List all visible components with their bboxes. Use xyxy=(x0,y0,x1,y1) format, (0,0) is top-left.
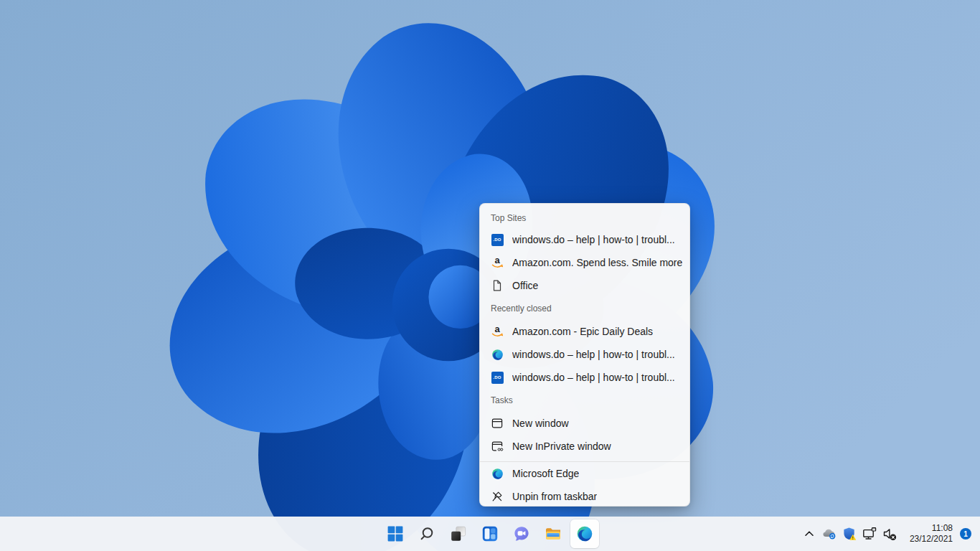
taskbar-center-buttons xyxy=(381,519,599,548)
jumplist-item-windows-do-2[interactable]: .DO windows.do – help | how-to | troubl.… xyxy=(480,366,689,389)
widgets-icon xyxy=(481,525,499,542)
unpin-icon xyxy=(491,490,504,503)
onedrive-tray-button[interactable] xyxy=(819,519,839,548)
jumplist-section-title: Recently closed xyxy=(480,297,689,320)
amazon-favicon: a xyxy=(491,325,504,338)
windows-do-favicon: .DO xyxy=(491,233,504,246)
desktop: Top Sites .DO windows.do – help | how-to… xyxy=(0,0,980,551)
clock[interactable]: 11:08 23/12/2021 xyxy=(905,520,957,547)
jumplist-item-unpin[interactable]: Unpin from taskbar xyxy=(480,485,689,507)
jumplist-item-amazon[interactable]: a Amazon.com. Spend less. Smile more. xyxy=(480,251,689,274)
volume-muted-icon xyxy=(882,527,897,541)
show-hidden-icons-button[interactable] xyxy=(799,519,819,548)
clock-date: 23/12/2021 xyxy=(910,534,953,545)
jumplist-item-new-inprivate[interactable]: New InPrivate window xyxy=(480,435,689,458)
jumplist-section-title: Tasks xyxy=(480,389,689,412)
amazon-favicon: a xyxy=(491,256,504,269)
search-button[interactable] xyxy=(413,519,441,548)
start-icon xyxy=(387,525,404,542)
jumplist-item-windows-do-edge[interactable]: windows.do – help | how-to | troubl... xyxy=(480,343,689,366)
start-button[interactable] xyxy=(381,519,410,548)
jumplist-item-label: Microsoft Edge xyxy=(512,468,579,479)
jumplist-item-label: Amazon.com. Spend less. Smile more. xyxy=(512,257,682,268)
chat-button[interactable] xyxy=(507,519,536,548)
windows-security-tray-button[interactable] xyxy=(839,519,859,548)
chat-icon xyxy=(513,525,530,542)
file-explorer-button[interactable] xyxy=(539,519,567,548)
new-window-icon xyxy=(491,417,504,430)
jumplist-item-label: New InPrivate window xyxy=(512,441,611,452)
task-view-icon xyxy=(450,525,467,542)
security-warning-icon xyxy=(842,527,857,541)
edge-taskbar-button[interactable] xyxy=(570,519,599,548)
edge-favicon xyxy=(491,348,504,361)
task-view-button[interactable] xyxy=(444,519,473,548)
clock-time: 11:08 xyxy=(910,523,953,534)
jumplist-item-microsoft-edge[interactable]: Microsoft Edge xyxy=(480,462,689,485)
inprivate-icon xyxy=(491,440,504,453)
taskbar: 11:08 23/12/2021 1 xyxy=(0,517,980,551)
edge-jumplist-menu: Top Sites .DO windows.do – help | how-to… xyxy=(479,203,690,507)
network-volume-flyout-button[interactable] xyxy=(859,527,900,541)
search-icon xyxy=(418,525,435,542)
page-icon xyxy=(491,279,504,292)
chevron-up-icon xyxy=(802,527,816,541)
file-explorer-icon xyxy=(545,525,562,542)
jumplist-item-label: Amazon.com - Epic Daily Deals xyxy=(512,326,653,337)
system-tray: 11:08 23/12/2021 1 xyxy=(799,517,980,551)
jumplist-section-title: Top Sites xyxy=(480,204,689,228)
jumplist-item-label: Unpin from taskbar xyxy=(512,491,597,502)
edge-icon xyxy=(491,467,504,480)
notification-count-badge[interactable]: 1 xyxy=(960,528,971,540)
edge-icon xyxy=(576,525,593,542)
jumplist-item-office[interactable]: Office xyxy=(480,274,689,297)
onedrive-sync-icon xyxy=(822,527,837,541)
jumplist-item-label: Office xyxy=(512,280,538,291)
jumplist-item-windows-do[interactable]: .DO windows.do – help | how-to | troubl.… xyxy=(480,228,689,251)
wired-network-icon xyxy=(862,527,877,541)
jumplist-item-label: windows.do – help | how-to | troubl... xyxy=(512,372,675,383)
widgets-button[interactable] xyxy=(476,519,504,548)
jumplist-item-new-window[interactable]: New window xyxy=(480,412,689,435)
jumplist-item-label: windows.do – help | how-to | troubl... xyxy=(512,234,675,245)
jumplist-item-label: windows.do – help | how-to | troubl... xyxy=(512,349,675,360)
jumplist-item-label: New window xyxy=(512,418,569,429)
jumplist-item-amazon-deals[interactable]: a Amazon.com - Epic Daily Deals xyxy=(480,320,689,343)
windows-do-favicon: .DO xyxy=(491,371,504,384)
